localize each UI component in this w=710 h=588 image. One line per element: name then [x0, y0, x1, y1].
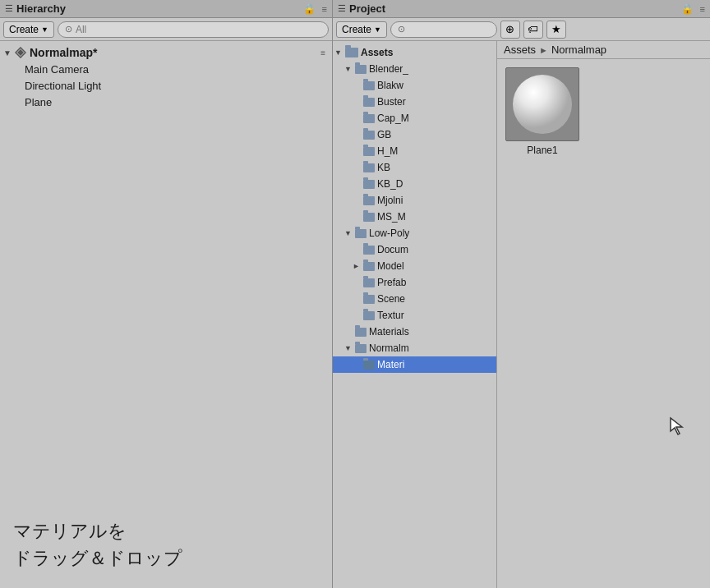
- buster-expand-icon: [353, 98, 361, 106]
- tree-item-kb[interactable]: KB: [333, 159, 496, 176]
- tree-item-cap-m[interactable]: Cap_M: [333, 110, 496, 126]
- hierarchy-lock-icon: 🔒: [303, 3, 316, 15]
- hierarchy-menu-icon[interactable]: ≡: [322, 4, 327, 14]
- tree-item-blender[interactable]: ▼ Blender_: [333, 61, 496, 77]
- hierarchy-search-box[interactable]: ⊙: [58, 21, 329, 38]
- hierarchy-item-plane[interactable]: Plane: [0, 94, 332, 110]
- hierarchy-title: Hierarchy: [16, 2, 66, 15]
- prefab-folder-icon: [363, 278, 375, 287]
- unity-logo-icon: [15, 47, 26, 58]
- tree-item-scene[interactable]: Scene: [333, 291, 496, 307]
- low-poly-label: Low-Poly: [369, 227, 409, 239]
- assets-label: Assets: [361, 47, 393, 58]
- assets-expand-icon: ▼: [334, 48, 343, 57]
- asset-item-plane1[interactable]: Plane1: [505, 67, 579, 156]
- kb-folder-icon: [363, 163, 375, 172]
- blender-expand-icon: ▼: [344, 65, 353, 73]
- project-create-arrow: ▼: [374, 25, 381, 34]
- project-lines-icon: ☰: [338, 3, 346, 14]
- blender-label: Blender_: [369, 63, 408, 75]
- kb-d-expand-icon: [353, 180, 361, 188]
- project-search-input[interactable]: [408, 24, 490, 35]
- materi-label: Materi: [377, 359, 404, 370]
- assets-folder-icon: [345, 48, 358, 57]
- japanese-text-area: マテリアルを ドラッグ＆ドロップ: [0, 501, 332, 588]
- project-right-panel: Assets ► Normalmap: [497, 41, 710, 588]
- tree-item-hm[interactable]: H_M: [333, 143, 496, 159]
- hm-folder-icon: [363, 147, 375, 156]
- tree-item-gb[interactable]: GB: [333, 126, 496, 143]
- tree-item-mjolni[interactable]: Mjolni: [333, 192, 496, 209]
- project-menu-icon[interactable]: ≡: [700, 4, 705, 14]
- project-breadcrumb: Assets ► Normalmap: [497, 41, 710, 59]
- project-file-tree: ▼ Assets ▼ Blender_ Blakw: [333, 41, 497, 588]
- tree-item-docum[interactable]: Docum: [333, 241, 496, 258]
- hierarchy-create-label: Create: [9, 24, 39, 35]
- tree-item-materi[interactable]: Materi: [333, 356, 496, 373]
- project-icon-btn-1[interactable]: ⊕: [500, 21, 520, 39]
- directional-light-label: Directional Light: [25, 80, 101, 92]
- project-toolbar: Create ▼ ⊙ ⊕ 🏷 ★: [333, 18, 710, 41]
- tree-item-ms-m[interactable]: MS_M: [333, 209, 496, 225]
- tree-item-materials[interactable]: Materials: [333, 324, 496, 340]
- ms-m-expand-icon: [353, 213, 361, 221]
- buster-label: Buster: [377, 96, 406, 108]
- hierarchy-lines-icon: ☰: [5, 3, 13, 14]
- textur-folder-icon: [363, 311, 375, 320]
- tree-item-low-poly[interactable]: ▼ Low-Poly: [333, 225, 496, 241]
- gb-folder-icon: [363, 131, 375, 140]
- asset-thumbnail-plane1: [505, 67, 579, 141]
- asset-name-plane1: Plane1: [527, 145, 557, 156]
- blakw-label: Blakw: [377, 80, 403, 91]
- gb-label: GB: [377, 129, 391, 140]
- materials-folder-icon: [355, 328, 367, 337]
- mjolni-label: Mjolni: [377, 195, 403, 206]
- scene-folder-icon: [363, 295, 375, 304]
- low-poly-expand-icon: ▼: [344, 229, 353, 237]
- gb-expand-icon: [353, 131, 361, 139]
- tree-item-textur[interactable]: Textur: [333, 307, 496, 324]
- prefab-label: Prefab: [377, 277, 406, 288]
- low-poly-folder-icon: [355, 229, 367, 238]
- project-icon-btn-3[interactable]: ★: [546, 21, 566, 39]
- hierarchy-search-input[interactable]: [76, 24, 321, 35]
- hierarchy-create-button[interactable]: Create ▼: [3, 21, 54, 38]
- tree-item-buster[interactable]: Buster: [333, 94, 496, 110]
- hierarchy-scene-root[interactable]: ▼ Normalmap* ≡: [0, 44, 332, 61]
- hierarchy-title-bar: ☰ Hierarchy 🔒 ≡: [0, 0, 332, 18]
- project-asset-grid: Plane1: [497, 59, 710, 332]
- scene-name-label: Normalmap*: [30, 46, 97, 59]
- hierarchy-item-main-camera[interactable]: Main Camera: [0, 61, 332, 77]
- model-label: Model: [377, 260, 404, 272]
- hm-label: H_M: [377, 145, 398, 157]
- scene-expand-icon: [353, 295, 361, 303]
- project-search-icon: ⊙: [398, 24, 405, 34]
- docum-folder-icon: [363, 246, 375, 255]
- kb-expand-icon: [353, 163, 361, 172]
- materials-label: Materials: [369, 326, 409, 338]
- breadcrumb-arrow-icon: ►: [539, 45, 548, 55]
- svg-point-2: [513, 75, 572, 134]
- main-camera-label: Main Camera: [25, 63, 89, 76]
- tree-item-prefab[interactable]: Prefab: [333, 274, 496, 291]
- tree-item-normalm[interactable]: ▼ Normalm: [333, 340, 496, 356]
- project-icon-btn-2[interactable]: 🏷: [523, 21, 543, 39]
- project-create-button[interactable]: Create ▼: [336, 21, 387, 38]
- tree-item-kb-d[interactable]: KB_D: [333, 176, 496, 192]
- tree-item-assets[interactable]: ▼ Assets: [333, 44, 496, 61]
- tree-item-blakw[interactable]: Blakw: [333, 77, 496, 94]
- mouse-cursor-icon: [669, 416, 685, 440]
- hierarchy-search-icon: ⊙: [65, 24, 72, 34]
- hierarchy-options-icon[interactable]: ≡: [320, 48, 325, 57]
- normalm-expand-icon: ▼: [344, 344, 353, 352]
- tree-item-model[interactable]: ► Model: [333, 258, 496, 274]
- plane-label: Plane: [25, 96, 52, 108]
- japanese-line-1: マテリアルを: [13, 517, 319, 544]
- hierarchy-item-directional-light[interactable]: Directional Light: [0, 77, 332, 94]
- scene-arrow-icon: ▼: [3, 48, 12, 57]
- cap-m-folder-icon: [363, 114, 375, 123]
- docum-label: Docum: [377, 244, 408, 255]
- hierarchy-panel: ☰ Hierarchy 🔒 ≡ Create ▼ ⊙ ▼: [0, 0, 333, 588]
- kb-label: KB: [377, 162, 390, 173]
- project-search-box[interactable]: ⊙: [390, 21, 497, 38]
